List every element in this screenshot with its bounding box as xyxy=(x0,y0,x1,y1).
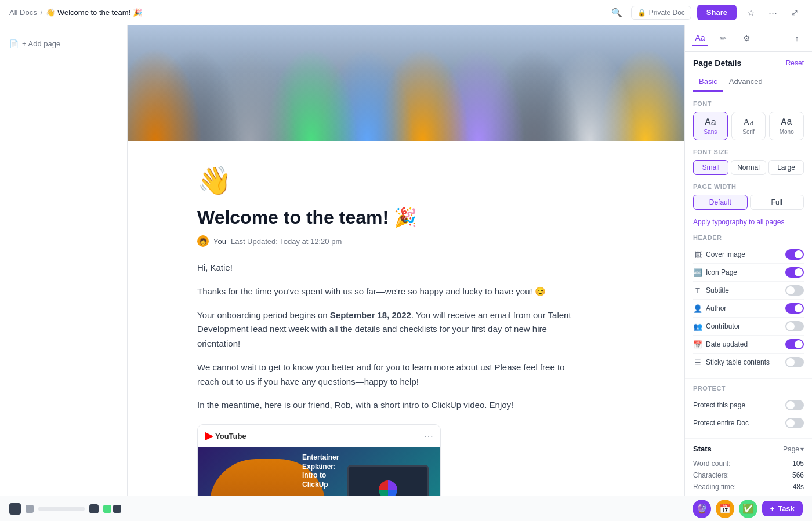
toggle-left-contributor: 👥 Contributor xyxy=(693,322,740,331)
tab-typography[interactable]: Aa xyxy=(692,30,708,46)
topbar: All Docs / 👋 Welcome to the team! 🎉 🔍 🔒 … xyxy=(0,0,812,25)
toggle-icon-page[interactable] xyxy=(785,267,804,278)
size-small[interactable]: Small xyxy=(693,160,728,175)
dark-dot xyxy=(113,505,121,513)
toggle-left-icon: 🔤 Icon Page xyxy=(693,268,737,277)
wave-emoji: 👋 xyxy=(197,165,580,197)
cover-image xyxy=(128,25,684,141)
reading-time-val: 48s xyxy=(793,483,804,491)
plus-icon: + xyxy=(770,504,775,513)
toggle-left-author: 👤 Author xyxy=(693,304,726,313)
panel-tabs: Aa ✏ ⚙ ↑ xyxy=(685,25,812,52)
search-icon-btn[interactable]: 🔍 xyxy=(609,5,625,21)
author-name: You xyxy=(213,237,226,246)
subtitle-icon: T xyxy=(693,286,702,295)
clickup-app-btn[interactable]: 🔮 xyxy=(693,500,711,518)
font-option-mono[interactable]: Aa Mono xyxy=(769,112,804,140)
width-options: Default Full xyxy=(693,195,804,210)
calendar-app-btn[interactable]: 📅 xyxy=(716,500,734,518)
add-page-button[interactable]: 📄 + Add page xyxy=(0,35,127,53)
add-page-label: + Add page xyxy=(22,39,60,48)
size-large[interactable]: Large xyxy=(768,160,804,175)
font-mono-preview: Aa xyxy=(781,117,792,127)
star-icon-btn[interactable]: ☆ xyxy=(742,5,759,21)
doc-title[interactable]: Welcome to the team! 🎉 xyxy=(197,206,580,228)
width-default[interactable]: Default xyxy=(693,195,748,210)
toggle-sticky-toc[interactable] xyxy=(785,357,804,367)
toggle-row-date-updated: 📅 Date updated xyxy=(693,336,804,354)
add-task-button[interactable]: + Task xyxy=(762,501,803,516)
reset-button[interactable]: Reset xyxy=(786,59,804,67)
yt-screen-content: ClickUp xyxy=(378,480,398,496)
author-label: Author xyxy=(706,304,726,312)
toggle-row-contributor: 👥 Contributor xyxy=(693,318,804,336)
clickup-logo-circle xyxy=(379,480,397,496)
font-option-sans[interactable]: Aa Sans xyxy=(693,112,728,140)
breadcrumb-current: 👋 Welcome to the team! 🎉 xyxy=(46,8,142,17)
onboarding-date: September 18, 2022 xyxy=(330,310,411,320)
green-dot xyxy=(103,505,111,513)
toggle-protect-doc[interactable] xyxy=(785,418,804,428)
toggle-row-protect-doc: Protect entire Doc xyxy=(693,414,804,432)
yt-player[interactable]: ClickUp Entertainer Explainer: Intro to … xyxy=(198,447,440,496)
para-onboarding: Your onboarding period begins on Septemb… xyxy=(197,308,580,351)
expand-icon-btn[interactable]: ⤢ xyxy=(786,5,803,21)
yt-video-title: Entertainer Explainer: Intro to ClickUp xyxy=(302,453,342,489)
font-sans-preview: Aa xyxy=(705,117,716,127)
tab-share[interactable]: ↑ xyxy=(789,30,805,46)
size-normal[interactable]: Normal xyxy=(731,160,766,175)
toggle-row-author: 👤 Author xyxy=(693,300,804,318)
toggle-row-cover-image: 🖼 Cover image xyxy=(693,246,804,264)
checklist-app-btn[interactable]: ✅ xyxy=(739,500,757,518)
para-thanks: Thanks for the time you've spent with us… xyxy=(197,285,580,299)
youtube-logo-icon: ▶ xyxy=(205,429,213,442)
toggle-row-icon-page: 🔤 Icon Page xyxy=(693,264,804,282)
toggle-author[interactable] xyxy=(785,303,804,314)
private-doc-badge[interactable]: 🔒 Private Doc xyxy=(631,6,691,20)
basic-advanced-tabs: Basic Advanced xyxy=(693,75,804,92)
font-section-label: Font xyxy=(693,100,804,107)
word-count-val: 105 xyxy=(792,460,804,468)
font-serif-label: Serif xyxy=(742,129,755,135)
tab-advanced[interactable]: Advanced xyxy=(723,75,768,92)
breadcrumb-root[interactable]: All Docs xyxy=(9,8,37,17)
tab-basic[interactable]: Basic xyxy=(693,75,723,92)
share-button[interactable]: Share xyxy=(697,5,737,20)
protect-page-label: Protect this page xyxy=(693,401,745,409)
yt-more-options[interactable]: ⋯ xyxy=(424,431,433,442)
date-updated-label: Date updated xyxy=(706,340,748,348)
more-options-icon-btn[interactable]: ⋯ xyxy=(764,5,781,21)
toggle-left-date: 📅 Date updated xyxy=(693,340,748,349)
tab-pen[interactable]: ✏ xyxy=(715,30,731,46)
font-options: Aa Sans Aa Serif Aa Mono xyxy=(693,112,804,140)
bottom-progress-bar xyxy=(38,507,85,511)
private-doc-label: Private Doc xyxy=(649,9,685,17)
sticky-toc-label: Sticky table contents xyxy=(706,358,770,366)
font-option-serif[interactable]: Aa Serif xyxy=(731,112,766,140)
left-sidebar: 📄 + Add page xyxy=(0,25,128,496)
stats-title: Stats xyxy=(693,445,712,453)
toggle-subtitle[interactable] xyxy=(785,285,804,296)
stats-page-toggle[interactable]: Page ▾ xyxy=(783,445,804,453)
bottom-dot-2 xyxy=(26,505,34,513)
icon-page-icon: 🔤 xyxy=(693,268,702,277)
toggle-left-cover: 🖼 Cover image xyxy=(693,250,745,259)
youtube-logo: ▶ YouTube xyxy=(205,429,246,442)
subtitle-label: Subtitle xyxy=(706,286,729,294)
toggle-date-updated[interactable] xyxy=(785,339,804,349)
doc-body: 👋 Welcome to the team! 🎉 🧑 You Last Upda… xyxy=(128,141,650,496)
right-panel: Aa ✏ ⚙ ↑ Page Details Reset Basic Advanc… xyxy=(684,25,812,496)
youtube-embed[interactable]: ▶ YouTube ⋯ xyxy=(197,424,441,496)
header-section-label: HEADER xyxy=(693,234,804,241)
toggle-cover-image[interactable] xyxy=(785,249,804,260)
stat-reading-time: Reading time: 48s xyxy=(693,481,804,493)
size-options: Small Normal Large xyxy=(693,160,804,175)
toggle-protect-page[interactable] xyxy=(785,400,804,410)
bottom-left xyxy=(9,503,121,515)
cover-photo-visual xyxy=(128,25,684,141)
width-full[interactable]: Full xyxy=(750,195,804,210)
toggle-contributor[interactable] xyxy=(785,321,804,331)
add-task-label: Task xyxy=(778,504,795,513)
apply-typography-button[interactable]: Apply typography to all pages xyxy=(693,218,784,226)
tab-settings[interactable]: ⚙ xyxy=(738,30,755,46)
